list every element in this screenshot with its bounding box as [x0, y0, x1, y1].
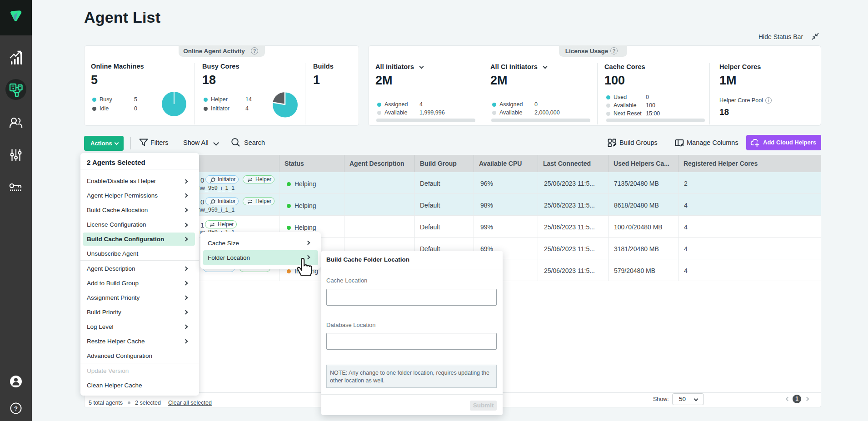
svg-text:?: ?	[14, 405, 18, 412]
